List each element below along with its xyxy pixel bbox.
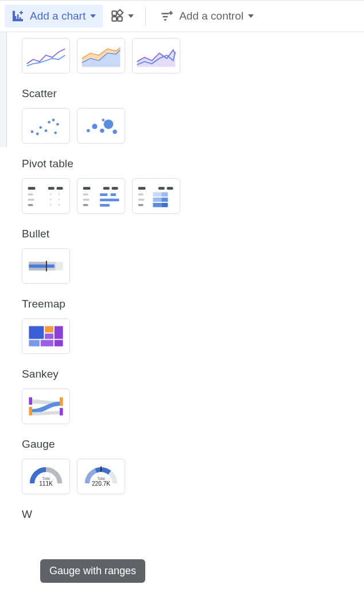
toolbar-separator [145, 6, 146, 26]
chart-option-area[interactable] [132, 38, 180, 74]
svg-rect-39 [103, 187, 110, 190]
svg-point-15 [45, 129, 48, 132]
chart-option-pivot-bars[interactable] [77, 178, 125, 214]
svg-rect-59 [153, 203, 161, 207]
svg-rect-44 [100, 193, 107, 196]
svg-rect-70 [29, 340, 40, 346]
svg-point-20 [87, 129, 90, 133]
svg-rect-49 [138, 187, 146, 190]
chart-option-bubble[interactable] [77, 108, 125, 144]
canvas-background [0, 32, 7, 147]
svg-rect-6 [113, 17, 117, 21]
svg-rect-33 [59, 193, 60, 195]
svg-rect-3 [17, 14, 19, 20]
svg-rect-34 [50, 199, 51, 201]
svg-point-12 [31, 130, 34, 133]
section-title-pivot: Pivot table [22, 157, 193, 170]
svg-rect-52 [138, 193, 144, 195]
svg-point-17 [52, 119, 55, 122]
gauge-label: Total [97, 476, 105, 480]
svg-point-24 [113, 129, 117, 133]
svg-point-21 [92, 124, 97, 129]
svg-rect-58 [161, 198, 168, 202]
svg-rect-68 [55, 326, 63, 339]
chevron-down-icon [128, 14, 134, 18]
svg-rect-28 [57, 187, 63, 190]
chart-option-pivot-table[interactable] [22, 178, 70, 214]
svg-rect-60 [161, 203, 168, 207]
section-title-gauge: Gauge [22, 438, 193, 451]
svg-rect-75 [60, 397, 63, 406]
section-title-waterfall: W [22, 508, 193, 521]
svg-point-13 [36, 133, 39, 136]
svg-rect-71 [41, 340, 53, 346]
svg-rect-27 [48, 187, 55, 190]
svg-point-14 [39, 126, 42, 129]
chart-option-gauge-ranges[interactable]: Total 220.7K [77, 459, 125, 494]
chart-picker-menu: Scatter Pivot tab [13, 33, 202, 532]
chart-option-sankey[interactable] [22, 389, 70, 424]
svg-rect-67 [45, 326, 53, 332]
svg-rect-40 [112, 187, 118, 190]
svg-rect-56 [161, 193, 168, 197]
add-control-button[interactable]: Add a control [153, 4, 261, 28]
svg-point-19 [54, 132, 57, 134]
svg-rect-64 [29, 264, 54, 268]
svg-rect-37 [59, 204, 60, 206]
svg-rect-36 [50, 204, 51, 206]
chart-option-line[interactable] [22, 38, 70, 74]
svg-rect-26 [28, 187, 36, 190]
svg-rect-65 [46, 261, 47, 272]
chevron-down-icon [248, 14, 254, 18]
svg-rect-53 [138, 199, 145, 201]
section-title-bullet: Bullet [22, 228, 193, 240]
svg-rect-76 [60, 408, 63, 416]
chart-option-scatter[interactable] [22, 108, 70, 144]
svg-rect-66 [29, 326, 44, 339]
chart-option-gauge[interactable]: Total 111K [22, 459, 70, 494]
svg-rect-1 [13, 20, 22, 21]
svg-rect-73 [29, 397, 32, 405]
svg-rect-54 [138, 204, 144, 206]
svg-rect-51 [167, 187, 173, 190]
tooltip: Gauge with ranges [40, 559, 145, 583]
svg-rect-69 [45, 333, 53, 339]
svg-rect-47 [111, 193, 116, 196]
svg-rect-4 [20, 17, 21, 20]
svg-rect-55 [153, 193, 161, 197]
gauge-label: Total [42, 476, 50, 480]
chart-option-treemap[interactable] [22, 318, 70, 354]
svg-rect-32 [50, 193, 51, 195]
svg-point-22 [100, 129, 104, 133]
svg-rect-50 [158, 187, 165, 190]
svg-rect-31 [28, 204, 33, 206]
chart-option-pivot-heatmap[interactable] [132, 178, 180, 214]
svg-rect-35 [59, 199, 60, 201]
svg-rect-29 [28, 193, 33, 195]
add-control-label: Add a control [179, 10, 243, 22]
chart-option-stacked-area[interactable] [77, 38, 125, 74]
svg-rect-41 [83, 193, 88, 195]
gauge-value: 111K [39, 480, 53, 487]
add-chart-button[interactable]: Add a chart [5, 5, 103, 28]
svg-rect-8 [113, 11, 117, 16]
section-title-scatter: Scatter [22, 87, 193, 100]
chart-option-bullet[interactable] [22, 248, 70, 284]
svg-rect-2 [15, 16, 17, 20]
svg-rect-7 [118, 17, 122, 21]
svg-rect-43 [83, 204, 88, 206]
section-title-sankey: Sankey [22, 368, 193, 380]
svg-rect-46 [100, 204, 110, 207]
gauge-value: 220.7K [92, 480, 110, 487]
bar-chart-plus-icon [11, 9, 25, 23]
svg-rect-5 [117, 10, 123, 16]
community-viz-button[interactable] [105, 6, 138, 26]
svg-rect-72 [55, 340, 63, 346]
svg-point-23 [104, 120, 114, 129]
svg-rect-57 [153, 198, 161, 202]
svg-point-25 [102, 119, 104, 122]
svg-rect-77 [100, 466, 102, 471]
svg-rect-30 [28, 199, 34, 201]
toolbar: Add a chart Add a control [0, 0, 364, 32]
chevron-down-icon [90, 14, 96, 18]
